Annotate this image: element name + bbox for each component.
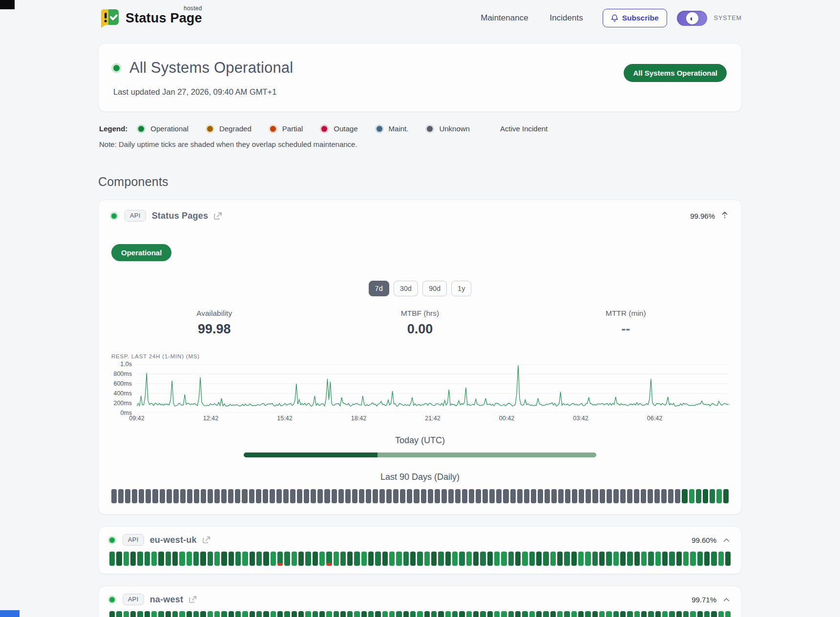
uptime-tick[interactable] (200, 611, 206, 617)
uptime-tick[interactable] (435, 489, 440, 503)
uptime-tick[interactable] (543, 611, 548, 617)
uptime-tick[interactable] (263, 611, 269, 617)
collapse-button[interactable] (721, 210, 729, 221)
uptime-tick[interactable] (654, 489, 660, 503)
uptime-tick[interactable] (494, 611, 500, 617)
uptime-tick[interactable] (606, 552, 611, 566)
uptime-tick[interactable] (606, 611, 611, 617)
uptime-tick[interactable] (620, 489, 626, 503)
uptime-tick[interactable] (379, 489, 385, 503)
uptime-tick[interactable] (414, 489, 419, 503)
uptime-tick[interactable] (139, 489, 144, 503)
uptime-tick[interactable] (648, 611, 653, 617)
uptime-tick[interactable] (277, 611, 283, 617)
uptime-tick[interactable] (690, 611, 695, 617)
uptime-tick[interactable] (676, 611, 682, 617)
uptime-tick[interactable] (462, 489, 467, 503)
uptime-tick[interactable] (417, 552, 422, 566)
uptime-tick[interactable] (400, 489, 405, 503)
uptime-tick[interactable] (543, 552, 548, 566)
uptime-tick[interactable] (132, 489, 137, 503)
uptime-tick[interactable] (158, 611, 164, 617)
uptime-tick[interactable] (373, 489, 378, 503)
uptime-tick[interactable] (172, 611, 178, 617)
uptime-tick[interactable] (208, 489, 213, 503)
uptime-tick[interactable] (271, 552, 276, 566)
uptime-tick[interactable] (522, 611, 527, 617)
uptime-tick[interactable] (452, 611, 458, 617)
uptime-tick[interactable] (469, 489, 474, 503)
uptime-tick[interactable] (347, 611, 353, 617)
uptime-tick[interactable] (187, 489, 192, 503)
uptime-tick[interactable] (151, 611, 157, 617)
uptime-tick[interactable] (410, 552, 416, 566)
uptime-tick[interactable] (536, 552, 542, 566)
uptime-tick[interactable] (179, 552, 185, 566)
uptime-tick[interactable] (557, 552, 563, 566)
uptime-tick[interactable] (111, 489, 117, 503)
uptime-tick[interactable] (319, 611, 325, 617)
uptime-tick[interactable] (613, 552, 619, 566)
uptime-tick[interactable] (214, 489, 220, 503)
uptime-tick[interactable] (313, 552, 318, 566)
uptime-tick[interactable] (116, 552, 122, 566)
uptime-tick[interactable] (340, 611, 346, 617)
uptime-tick[interactable] (550, 611, 556, 617)
uptime-tick[interactable] (689, 489, 694, 503)
uptime-tick[interactable] (221, 489, 227, 503)
uptime-tick[interactable] (558, 489, 564, 503)
uptime-tick[interactable] (361, 611, 367, 617)
uptime-tick[interactable] (723, 489, 729, 503)
uptime-tick[interactable] (696, 489, 701, 503)
uptime-tick[interactable] (711, 552, 716, 566)
uptime-tick[interactable] (366, 489, 371, 503)
external-link-icon[interactable] (189, 596, 197, 603)
uptime-tick[interactable] (242, 611, 248, 617)
uptime-tick[interactable] (382, 611, 388, 617)
uptime-tick[interactable] (354, 611, 359, 617)
uptime-tick[interactable] (524, 489, 529, 503)
uptime-tick[interactable] (531, 489, 536, 503)
uptime-tick[interactable] (662, 611, 668, 617)
uptime-tick[interactable] (517, 489, 523, 503)
uptime-tick[interactable] (276, 489, 282, 503)
uptime-tick[interactable] (682, 489, 687, 503)
uptime-tick[interactable] (158, 552, 164, 566)
uptime-tick[interactable] (235, 552, 241, 566)
uptime-tick[interactable] (284, 552, 290, 566)
uptime-tick[interactable] (235, 611, 241, 617)
uptime-tick[interactable] (710, 489, 715, 503)
uptime-tick[interactable] (564, 611, 569, 617)
uptime-tick[interactable] (515, 552, 521, 566)
uptime-tick[interactable] (675, 489, 680, 503)
uptime-tick[interactable] (613, 489, 619, 503)
uptime-tick[interactable] (697, 552, 703, 566)
uptime-tick[interactable] (448, 489, 454, 503)
uptime-tick[interactable] (578, 611, 584, 617)
uptime-tick[interactable] (655, 552, 661, 566)
uptime-tick[interactable] (536, 611, 542, 617)
uptime-tick[interactable] (326, 611, 332, 617)
uptime-tick[interactable] (480, 552, 485, 566)
uptime-tick[interactable] (137, 611, 143, 617)
uptime-tick[interactable] (592, 489, 598, 503)
uptime-tick[interactable] (564, 552, 569, 566)
uptime-tick[interactable] (146, 489, 151, 503)
range-button-7d[interactable]: 7d (369, 281, 389, 296)
uptime-tick[interactable] (229, 552, 234, 566)
uptime-tick[interactable] (585, 611, 590, 617)
uptime-tick[interactable] (116, 611, 122, 617)
uptime-tick[interactable] (256, 489, 261, 503)
uptime-tick[interactable] (160, 489, 165, 503)
uptime-tick[interactable] (641, 489, 646, 503)
uptime-tick[interactable] (438, 611, 443, 617)
uptime-tick[interactable] (522, 552, 527, 566)
uptime-tick[interactable] (445, 611, 451, 617)
uptime-tick[interactable] (297, 489, 302, 503)
uptime-tick[interactable] (441, 489, 447, 503)
uptime-tick[interactable] (389, 611, 395, 617)
uptime-tick[interactable] (599, 552, 605, 566)
uptime-tick[interactable] (661, 489, 667, 503)
uptime-tick[interactable] (607, 489, 612, 503)
uptime-tick[interactable] (250, 611, 255, 617)
